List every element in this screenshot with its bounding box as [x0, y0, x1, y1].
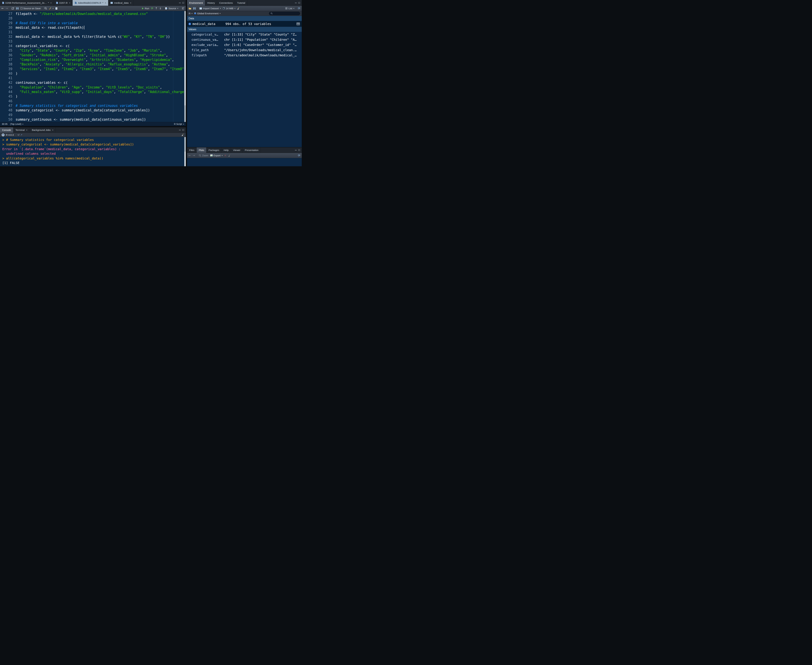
forward-button[interactable]: → [5, 7, 8, 10]
checkbox-icon[interactable] [20, 7, 23, 10]
save-button[interactable] [16, 7, 19, 10]
editor-tab-medical-data[interactable]: medical_data × [108, 0, 133, 6]
code-line-49[interactable] [16, 113, 186, 117]
next-plot-button[interactable]: → [193, 154, 195, 157]
environment-search[interactable] [269, 12, 300, 15]
compile-report-button[interactable] [55, 7, 57, 10]
run-button[interactable]: Run [142, 7, 149, 10]
tab-connections[interactable]: Connections [217, 0, 235, 6]
minimize-pane-icon[interactable] [179, 3, 181, 3]
export-button[interactable]: Export ▾ [210, 154, 223, 157]
load-workspace-button[interactable] [189, 7, 191, 10]
view-data-table-icon[interactable] [297, 23, 300, 25]
code-line-50[interactable]: summary_continuous <- summary(medical_da… [16, 117, 186, 122]
env-row-file_path[interactable]: file_path"/Users/john/Downloads/medical_… [187, 48, 302, 52]
previous-plot-button[interactable]: ← [189, 154, 191, 157]
scrollbar-thumb[interactable] [184, 152, 185, 166]
tab-console[interactable]: Console [0, 127, 13, 133]
open-in-new-window-button[interactable] [12, 7, 14, 10]
minimize-pane-icon[interactable] [295, 3, 297, 3]
remove-plot-button[interactable] [224, 154, 226, 157]
rerun-previous-button[interactable]: ⟳ [151, 7, 153, 10]
maximize-pane-icon[interactable] [182, 2, 184, 3]
editor-tab-d207[interactable]: D207.R × [54, 0, 72, 6]
code-line-32[interactable]: medical_data <- medical_data %>% filter(… [16, 34, 186, 39]
list-view-button[interactable]: List ▾ [285, 7, 294, 10]
import-dataset-button[interactable]: Import Dataset ▾ [199, 7, 221, 10]
code-tools-button[interactable]: ▾ [49, 7, 53, 10]
code-line-36[interactable]: "Gender", "ReAdmis", "Soft_drink", "Init… [16, 53, 186, 57]
working-directory-link[interactable]: ~/ [17, 133, 19, 136]
editor-tab-d208-performance[interactable]: D208 Performance_Assessment_Jo… * × [0, 0, 54, 6]
code-line-46[interactable] [16, 99, 186, 103]
env-row-categorical_v[interactable]: categorical_v…chr [1:33] "City" "State" … [187, 32, 302, 37]
code-line-31[interactable] [16, 30, 186, 34]
close-icon[interactable]: × [130, 2, 131, 4]
tab-files[interactable]: Files [187, 147, 197, 153]
run-next-section-button[interactable]: ↓ [159, 7, 161, 10]
env-row-medical_data[interactable]: medical_data994 obs. of 53 variables [187, 21, 302, 27]
code-line-41[interactable] [16, 76, 186, 80]
document-outline-button[interactable] [182, 7, 184, 10]
scope-selector[interactable]: (Top Level) ▾ [10, 123, 23, 125]
external-link-icon[interactable]: ↗ [20, 134, 22, 136]
code-line-29[interactable]: # Read CSV file into a variable [16, 21, 186, 25]
tab-presentation[interactable]: Presentation [243, 147, 261, 153]
environment-search-input[interactable] [274, 12, 302, 15]
editor-scrollbar[interactable] [184, 11, 186, 122]
console-scrollbar[interactable] [184, 137, 186, 166]
source-on-save-checkbox[interactable]: Source on Save [20, 7, 41, 10]
minimize-pane-icon[interactable] [179, 130, 181, 130]
code-text-area[interactable]: filepath <- "/Users/adeelmalik/Downloads… [14, 11, 186, 122]
code-line-47[interactable]: # Summary statistics for categorical and… [16, 103, 186, 108]
code-line-33[interactable] [16, 39, 186, 44]
code-line-30[interactable]: medical_data <- read.csv(filepath) [16, 25, 186, 30]
code-line-42[interactable]: continuous_variables <- c( [16, 80, 186, 85]
tab-environment[interactable]: Environment [187, 0, 205, 6]
language-selector[interactable]: R ▾ [189, 12, 192, 15]
tab-packages[interactable]: Packages [207, 147, 221, 153]
tab-viewer[interactable]: Viewer [231, 147, 243, 153]
object-promise-icon[interactable] [189, 23, 191, 25]
filetype-selector[interactable]: R Script ▾ [174, 123, 184, 125]
code-line-40[interactable]: ) [16, 71, 186, 76]
console-output[interactable]: > # Summary statistics for categorical v… [0, 137, 186, 166]
memory-usage-button[interactable]: 14 MiB ▾ [223, 7, 235, 10]
scrollbar-thumb[interactable] [184, 50, 185, 105]
source-button[interactable]: Source ▾ [165, 7, 178, 10]
code-line-37[interactable]: "Complication_risk", "Overweight", "Arth… [16, 57, 186, 62]
close-icon[interactable]: × [105, 2, 106, 4]
run-previous-section-button[interactable]: ↑ [155, 7, 157, 10]
tab-terminal[interactable]: Terminal × [13, 127, 30, 133]
code-line-45[interactable]: ) [16, 94, 186, 99]
maximize-pane-icon[interactable] [299, 2, 300, 3]
find-replace-button[interactable] [44, 7, 47, 10]
zoom-button[interactable]: Zoom [199, 154, 208, 157]
code-line-35[interactable]: "City", "State", "County", "Zip", "Area"… [16, 48, 186, 53]
code-line-39[interactable]: "Services", "Item1", "Item2", "Item3", "… [16, 67, 186, 71]
tab-tutorial[interactable]: Tutorial [235, 0, 247, 6]
clear-console-button[interactable] [181, 133, 184, 136]
clear-plots-button[interactable] [228, 154, 231, 157]
code-line-43[interactable]: "Population", "Children", "Age", "Income… [16, 85, 186, 90]
code-line-44[interactable]: "Full_meals_eaten", "VitD_supp", "Initia… [16, 90, 186, 94]
tab-help[interactable]: Help [221, 147, 231, 153]
back-button[interactable]: ← [2, 7, 4, 10]
save-workspace-button[interactable] [193, 7, 196, 10]
environment-selector[interactable]: Global Environment ▾ [194, 12, 221, 15]
code-line-48[interactable]: summary_categorical <- summary(medical_d… [16, 108, 186, 113]
code-editor[interactable]: 2728293031323334353637383940414243444546… [0, 11, 186, 122]
refresh-environment-button[interactable]: ⟳ [298, 7, 300, 10]
maximize-pane-icon[interactable] [299, 149, 300, 151]
close-icon[interactable]: × [26, 129, 28, 131]
close-icon[interactable]: × [52, 129, 53, 131]
code-line-27[interactable]: filepath <- "/Users/adeelmalik/Downloads… [16, 11, 186, 16]
code-line-34[interactable]: categorical_variables <- c( [16, 44, 186, 48]
env-row-exclude_varia[interactable]: exclude_varia…chr [1:6] "CaseOrder" "Cus… [187, 42, 302, 48]
maximize-pane-icon[interactable] [182, 129, 184, 131]
close-icon[interactable]: × [69, 2, 71, 4]
tab-background-jobs[interactable]: Background Jobs × [30, 127, 56, 133]
refresh-plots-button[interactable]: ⟳ [298, 154, 300, 157]
close-icon[interactable]: × [50, 2, 52, 4]
tab-history[interactable]: History [205, 0, 217, 6]
